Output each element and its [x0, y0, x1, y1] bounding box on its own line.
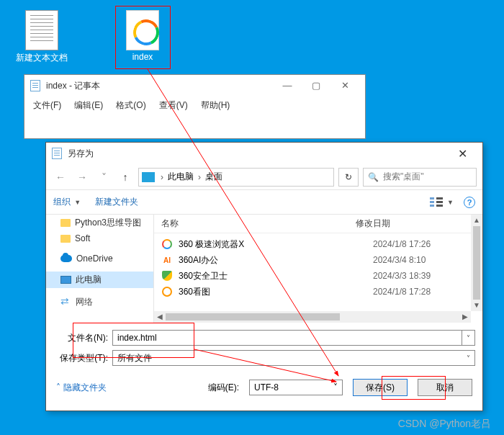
nav-up-button[interactable]: ↑: [117, 169, 134, 186]
tree-item-folder[interactable]: Python3思维导图: [46, 215, 153, 231]
file-icon: [161, 238, 173, 250]
notepad-window: index - 记事本 — ▢ ✕ 文件(F) 编辑(E) 格式(O) 查看(V…: [24, 74, 366, 139]
save-as-dialog: 另存为 ✕ ← → ˅ ↑ › 此电脑 › 桌面 ↻ 🔍 搜索"桌面" 组织 ▼…: [45, 142, 483, 411]
content-area: Python3思维导图 Soft OneDrive 此电脑 ⇄网络 名称 修改日…: [46, 215, 482, 323]
tree-item-onedrive[interactable]: OneDrive: [46, 251, 153, 266]
nav-history-button[interactable]: ˅: [95, 169, 112, 186]
menu-view[interactable]: 查看(V): [159, 99, 188, 112]
desktop-icon-label: 新建文本文档: [16, 52, 68, 64]
encoding-select[interactable]: UTF-8 ˅: [249, 380, 343, 395]
list-view-icon: [430, 197, 443, 207]
refresh-button[interactable]: ↻: [338, 168, 359, 187]
folder-icon: [60, 219, 71, 227]
text-document-icon: [25, 10, 58, 50]
toolbar: 组织 ▼ 新建文件夹 ▼ ?: [46, 190, 482, 215]
menu-file[interactable]: 文件(F): [33, 99, 61, 112]
cancel-button[interactable]: 取消: [418, 379, 472, 396]
file-icon: AI: [161, 254, 173, 266]
file-row[interactable]: AI360AI办公2024/3/4 8:10: [154, 252, 482, 268]
close-button[interactable]: ✕: [448, 147, 477, 161]
tree-item-this-pc[interactable]: 此电脑: [46, 272, 153, 288]
chevron-down-icon[interactable]: ˅: [462, 330, 475, 346]
filename-input[interactable]: [112, 330, 462, 346]
vertical-scrollbar[interactable]: ▲▼: [471, 215, 482, 311]
dialog-footer: ˄隐藏文件夹 编码(E): UTF-8 ˅ 保存(S) 取消: [46, 373, 482, 405]
search-input[interactable]: 🔍 搜索"桌面": [363, 168, 477, 187]
file-icon: [161, 286, 173, 297]
navigation-bar: ← → ˅ ↑ › 此电脑 › 桌面 ↻ 🔍 搜索"桌面": [46, 164, 482, 190]
notepad-menu-bar: 文件(F) 编辑(E) 格式(O) 查看(V) 帮助(H): [24, 97, 365, 115]
nav-back-button[interactable]: ←: [52, 169, 69, 186]
file-row[interactable]: 360看图2024/1/8 17:28: [154, 284, 482, 300]
help-button[interactable]: ?: [464, 197, 475, 208]
chevron-right-icon: ›: [195, 172, 204, 182]
network-icon: ⇄: [60, 298, 71, 306]
dialog-titlebar[interactable]: 另存为 ✕: [46, 143, 482, 164]
folder-tree[interactable]: Python3思维导图 Soft OneDrive 此电脑 ⇄网络: [46, 215, 154, 323]
menu-edit[interactable]: 编辑(E): [74, 99, 103, 112]
chevron-down-icon: ˅: [467, 354, 470, 362]
save-button[interactable]: 保存(S): [353, 379, 408, 396]
pc-icon: [142, 172, 155, 182]
folder-icon: [60, 235, 71, 243]
desktop-icon-index[interactable]: index: [117, 10, 168, 62]
column-headers[interactable]: 名称 修改日期: [154, 215, 482, 233]
watermark: CSDN @Python老吕: [398, 418, 491, 431]
chevron-down-icon: ˅: [333, 382, 338, 393]
crumb-this-pc[interactable]: 此电脑: [168, 171, 194, 183]
close-button[interactable]: ✕: [330, 76, 359, 96]
filetype-label: 保存类型(T):: [53, 352, 112, 364]
file-icon: [161, 270, 173, 282]
new-folder-button[interactable]: 新建文件夹: [95, 196, 138, 208]
notepad-icon: [30, 80, 40, 91]
nav-forward-button[interactable]: →: [73, 169, 91, 186]
menu-help[interactable]: 帮助(H): [201, 99, 230, 112]
window-title: index - 记事本: [46, 80, 100, 92]
chevron-up-icon: ˄: [56, 382, 60, 393]
filetype-select[interactable]: 所有文件 ˅: [112, 350, 475, 366]
horizontal-scrollbar[interactable]: ◀▶: [154, 311, 471, 323]
file-row[interactable]: 360安全卫士2024/3/3 18:39: [154, 268, 482, 284]
chevron-right-icon: ›: [158, 172, 166, 182]
tree-item-network[interactable]: ⇄网络: [46, 294, 153, 310]
form-area: 文件名(N): ˅ 保存类型(T): 所有文件 ˅: [46, 323, 482, 373]
notepad-editor[interactable]: [24, 115, 365, 136]
notepad-icon: [52, 148, 62, 159]
chevron-down-icon: ▼: [447, 199, 454, 206]
maximize-button[interactable]: ▢: [302, 76, 330, 96]
minimize-button[interactable]: —: [273, 76, 302, 96]
column-name[interactable]: 名称: [161, 218, 356, 230]
view-mode-button[interactable]: ▼: [430, 197, 454, 207]
desktop-icon-label: index: [117, 52, 168, 62]
onedrive-icon: [60, 255, 72, 262]
tree-item-folder[interactable]: Soft: [46, 231, 153, 246]
file-rows: 360 极速浏览器X2024/1/8 17:26 AI360AI办公2024/3…: [154, 233, 482, 302]
pc-icon: [60, 276, 71, 284]
breadcrumb[interactable]: › 此电脑 › 桌面: [138, 168, 334, 187]
encoding-label: 编码(E):: [208, 382, 239, 394]
filename-label: 文件名(N):: [53, 332, 112, 344]
desktop-icon-text-document[interactable]: 新建文本文档: [16, 10, 68, 64]
hide-folders-toggle[interactable]: ˄隐藏文件夹: [56, 382, 107, 394]
column-date[interactable]: 修改日期: [356, 218, 390, 230]
dialog-title: 另存为: [68, 148, 94, 160]
notepad-titlebar[interactable]: index - 记事本 — ▢ ✕: [24, 75, 365, 97]
file-row[interactable]: 360 极速浏览器X2024/1/8 17:26: [154, 236, 482, 252]
menu-format[interactable]: 格式(O): [116, 99, 145, 112]
search-placeholder: 搜索"桌面": [383, 171, 424, 183]
chevron-down-icon: ▼: [74, 199, 81, 206]
organize-menu[interactable]: 组织 ▼: [53, 196, 81, 208]
crumb-desktop[interactable]: 桌面: [205, 171, 222, 183]
search-icon: 🔍: [368, 172, 379, 182]
browser-file-icon: [126, 10, 159, 50]
file-list[interactable]: 名称 修改日期 360 极速浏览器X2024/1/8 17:26 AI360AI…: [154, 215, 482, 323]
